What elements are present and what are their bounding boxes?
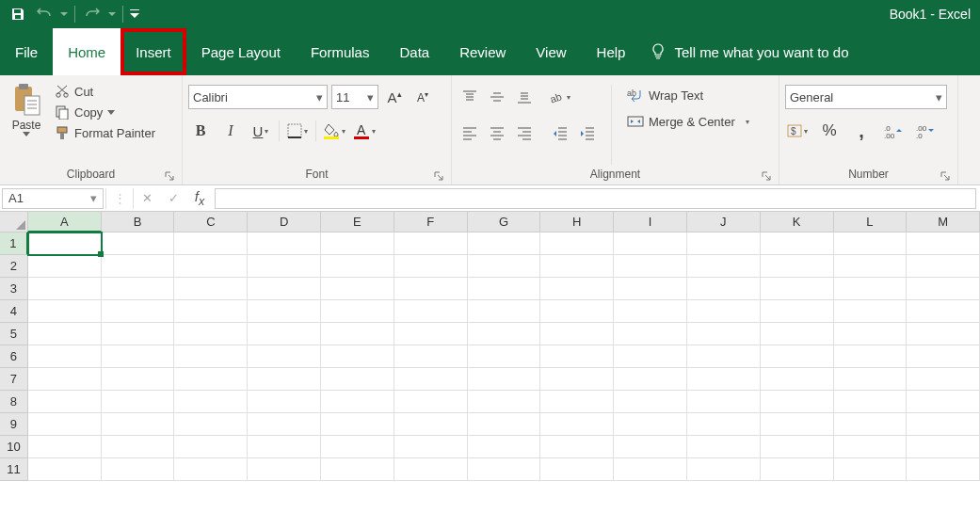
cell[interactable] xyxy=(321,458,394,481)
cell[interactable] xyxy=(907,278,980,300)
cell[interactable] xyxy=(468,345,541,368)
cell[interactable] xyxy=(248,323,321,345)
column-header[interactable]: A xyxy=(28,212,102,232)
cell[interactable] xyxy=(614,278,687,300)
clipboard-dialog-launcher[interactable] xyxy=(163,169,176,183)
cell[interactable] xyxy=(102,436,175,458)
cell[interactable] xyxy=(614,413,687,436)
copy-button[interactable]: Copy xyxy=(51,104,159,120)
fill-color-button[interactable]: ▾ xyxy=(322,119,346,143)
cell[interactable] xyxy=(28,436,102,458)
cell[interactable] xyxy=(907,232,980,255)
cell[interactable] xyxy=(761,391,834,413)
row-header[interactable]: 4 xyxy=(0,300,28,323)
cell[interactable] xyxy=(468,323,541,345)
cell[interactable] xyxy=(614,436,687,458)
row-header[interactable]: 9 xyxy=(0,413,28,436)
cell[interactable] xyxy=(687,255,761,278)
cell[interactable] xyxy=(394,458,468,481)
cell[interactable] xyxy=(394,391,468,413)
cell[interactable] xyxy=(102,391,175,413)
column-header[interactable]: F xyxy=(394,212,468,232)
cell[interactable] xyxy=(687,232,761,255)
tab-view[interactable]: View xyxy=(521,28,581,75)
cell[interactable] xyxy=(687,436,761,458)
percent-button[interactable]: % xyxy=(817,119,842,143)
cell[interactable] xyxy=(614,345,687,368)
cell[interactable] xyxy=(394,300,468,323)
column-header[interactable]: C xyxy=(174,212,248,232)
cell[interactable] xyxy=(761,255,834,278)
formula-input[interactable] xyxy=(215,188,976,209)
cell[interactable] xyxy=(907,368,980,391)
font-name-combo[interactable]: Calibri ▾ xyxy=(188,85,328,109)
cell[interactable] xyxy=(28,278,102,300)
cell[interactable] xyxy=(540,368,614,391)
cell[interactable] xyxy=(834,413,908,436)
cell[interactable] xyxy=(687,368,761,391)
cell[interactable] xyxy=(248,345,321,368)
cell[interactable] xyxy=(614,255,687,278)
cell[interactable] xyxy=(687,300,761,323)
cell[interactable] xyxy=(321,413,394,436)
row-header[interactable]: 6 xyxy=(0,345,28,368)
cell[interactable] xyxy=(540,232,614,255)
cell[interactable] xyxy=(761,436,834,458)
tell-me[interactable]: Tell me what you want to do xyxy=(650,28,848,75)
cell[interactable] xyxy=(687,458,761,481)
merge-center-button[interactable]: Merge & Center ▾ xyxy=(623,113,753,130)
cell[interactable] xyxy=(102,458,175,481)
cell[interactable] xyxy=(468,278,541,300)
cell[interactable] xyxy=(834,345,908,368)
italic-button[interactable]: I xyxy=(218,119,243,143)
cell[interactable] xyxy=(174,300,248,323)
cell[interactable] xyxy=(468,458,541,481)
cell[interactable] xyxy=(321,323,394,345)
redo-dropdown[interactable] xyxy=(106,2,118,26)
cell[interactable] xyxy=(174,413,248,436)
cell[interactable] xyxy=(321,391,394,413)
cell[interactable] xyxy=(321,368,394,391)
cell[interactable] xyxy=(907,436,980,458)
tab-formulas[interactable]: Formulas xyxy=(296,28,385,75)
cell[interactable] xyxy=(614,458,687,481)
cell[interactable] xyxy=(614,391,687,413)
cell[interactable] xyxy=(907,391,980,413)
column-header[interactable]: D xyxy=(248,212,321,232)
cell[interactable] xyxy=(394,255,468,278)
cell[interactable] xyxy=(102,255,175,278)
cell[interactable] xyxy=(102,300,175,323)
cell[interactable] xyxy=(834,300,908,323)
paste-button[interactable]: Paste xyxy=(6,79,47,136)
cell[interactable] xyxy=(614,232,687,255)
align-top-button[interactable] xyxy=(458,85,482,109)
cell[interactable] xyxy=(102,278,175,300)
cell[interactable] xyxy=(540,323,614,345)
cell[interactable] xyxy=(468,368,541,391)
cell[interactable] xyxy=(907,345,980,368)
cell[interactable] xyxy=(248,278,321,300)
cell[interactable] xyxy=(394,436,468,458)
cell[interactable] xyxy=(540,345,614,368)
cell[interactable] xyxy=(614,300,687,323)
cell[interactable] xyxy=(102,413,175,436)
cell[interactable] xyxy=(248,458,321,481)
cell[interactable] xyxy=(834,323,908,345)
cell[interactable] xyxy=(248,413,321,436)
cell[interactable] xyxy=(687,391,761,413)
cell[interactable] xyxy=(834,278,908,300)
cell[interactable] xyxy=(321,232,394,255)
cell[interactable] xyxy=(614,323,687,345)
number-dialog-launcher[interactable] xyxy=(939,169,952,183)
column-header[interactable]: K xyxy=(761,212,834,232)
column-header[interactable]: G xyxy=(468,212,541,232)
cell[interactable] xyxy=(321,278,394,300)
cell[interactable] xyxy=(761,458,834,481)
cell[interactable] xyxy=(28,300,102,323)
borders-button[interactable]: ▾ xyxy=(285,119,310,143)
undo-dropdown[interactable] xyxy=(58,2,70,26)
cell[interactable] xyxy=(761,413,834,436)
cell[interactable] xyxy=(248,436,321,458)
cell[interactable] xyxy=(394,232,468,255)
decrease-font-button[interactable]: A▾ xyxy=(410,85,435,109)
